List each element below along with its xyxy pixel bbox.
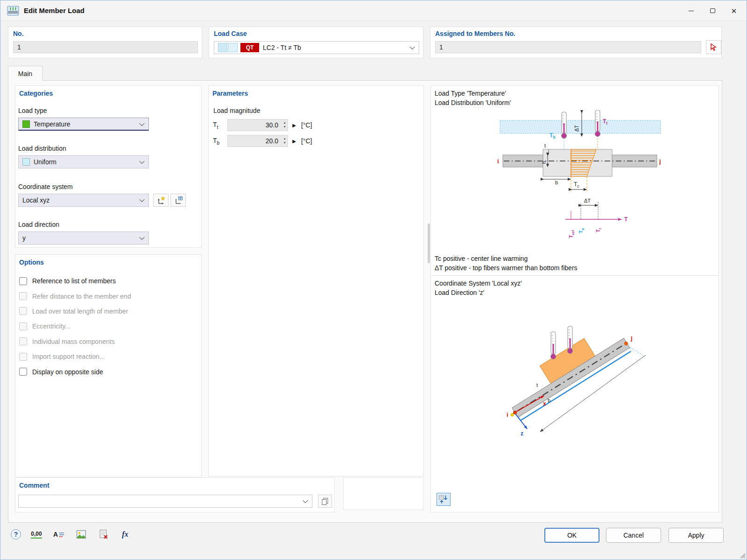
copy-comment-button[interactable]	[318, 495, 332, 508]
tt-spinner[interactable]: ▲▼	[283, 120, 286, 129]
options-group: Options Reference to list of members Ref…	[15, 254, 202, 477]
no-label: No.	[13, 30, 24, 37]
delete-load-button[interactable]	[96, 527, 112, 542]
tab-main[interactable]: Main	[8, 66, 42, 81]
chevron-down-icon	[409, 44, 415, 49]
no-panel: No. 1	[8, 27, 202, 58]
load-direction-select[interactable]: y	[18, 231, 149, 245]
svg-text:z: z	[521, 430, 523, 437]
svg-text:Tb: Tb	[578, 228, 585, 233]
titlebar: Edit Member Load ✕	[0, 0, 747, 21]
tt-input[interactable]: 30.0 ▲▼	[227, 119, 288, 131]
load-case-value: LC2 - Tt ≠ Tb	[263, 44, 301, 51]
param-row-tt: Tt 30.0 ▲▼ ▶ [°C]	[213, 119, 312, 132]
chevron-down-icon	[139, 197, 144, 202]
new-coordinate-system-icon	[156, 196, 166, 205]
preview-load-type-line: Load Type 'Temperature'	[435, 90, 506, 97]
option-reference-to-list[interactable]: Reference to list of members	[19, 273, 197, 288]
picture-icon	[76, 529, 86, 539]
svg-text:Tc: Tc	[574, 181, 579, 189]
tt-detail-button[interactable]: ▶	[290, 119, 298, 131]
new-coordinate-system-button[interactable]	[153, 194, 169, 207]
spare-box	[343, 477, 423, 510]
svg-text:x: x	[543, 400, 546, 407]
checkbox	[19, 307, 27, 315]
svg-text:Tt: Tt	[603, 118, 607, 126]
chevron-down-icon	[139, 120, 144, 126]
option-label: Display on opposite side	[32, 368, 103, 376]
app-icon	[7, 5, 19, 17]
rename-lines-icon	[59, 531, 64, 538]
tt-value: 30.0	[231, 121, 278, 129]
help-button[interactable]: ?	[8, 527, 24, 542]
units-settings-button[interactable]: 0,00	[28, 527, 44, 542]
option-display-opposite-side[interactable]: Display on opposite side	[19, 364, 197, 379]
formula-button[interactable]: fx	[117, 527, 133, 542]
tb-detail-button[interactable]: ▶	[290, 135, 298, 147]
chevron-down-icon	[303, 498, 308, 503]
display-properties-button[interactable]	[73, 527, 89, 542]
resize-grip[interactable]	[739, 552, 746, 559]
chevron-down-icon	[139, 159, 144, 164]
load-type-select[interactable]: Temperature	[18, 118, 149, 131]
preview-panel: Load Type 'Temperature' Load Distributio…	[430, 85, 719, 512]
local-axis-diagram: x z i j t b	[501, 317, 660, 457]
edit-coordinate-systems-button[interactable]	[170, 194, 186, 207]
minimize-button[interactable]	[680, 0, 702, 21]
toggle-preview-button[interactable]	[437, 493, 451, 506]
load-direction-label: Load direction	[18, 221, 59, 228]
comment-input[interactable]	[18, 495, 312, 508]
load-distribution-select[interactable]: Uniform	[18, 155, 149, 168]
parameters-group: Parameters Load magnitude Tt 30.0 ▲▼ ▶ […	[208, 85, 424, 476]
tb-input[interactable]: 20.0 ▲▼	[227, 135, 288, 147]
option-individual-mass: Individual mass components	[19, 334, 197, 349]
load-number-input[interactable]: 1	[13, 41, 198, 53]
categories-title: Categories	[19, 90, 53, 97]
option-label: Reference to list of members	[32, 277, 116, 285]
svg-text:j: j	[659, 158, 661, 165]
load-case-color-swatch-2	[228, 43, 238, 52]
maximize-icon	[710, 8, 715, 13]
load-distribution-color-swatch	[22, 158, 30, 166]
load-type-value: Temperature	[34, 120, 70, 128]
cancel-button[interactable]: Cancel	[606, 528, 661, 543]
assigned-panel: Assigned to Members No. 1	[430, 27, 722, 58]
uniform-temperature-diagram: ΔT Tt Tb i j t h b Tc	[496, 110, 664, 245]
options-title: Options	[19, 259, 44, 266]
preview-direction-line: Load Direction 'z'	[435, 289, 485, 296]
ok-button[interactable]: OK	[544, 528, 599, 543]
load-distribution-label: Load distribution	[18, 145, 66, 152]
preview-coordinate-line: Coordinate System 'Local xyz'	[435, 280, 522, 287]
load-type-label: Load type	[18, 107, 47, 114]
window-title: Edit Member Load	[24, 7, 85, 14]
svg-text:i: i	[497, 158, 499, 165]
close-button[interactable]: ✕	[723, 0, 745, 21]
load-case-label: Load Case	[214, 30, 247, 37]
maximize-button[interactable]	[702, 0, 723, 21]
tb-spinner[interactable]: ▲▼	[283, 136, 286, 145]
checkbox[interactable]	[19, 368, 27, 376]
load-case-color-swatch-1	[218, 43, 227, 52]
edit-coordinate-systems-icon	[174, 196, 183, 205]
options-list: Reference to list of members Refer dista…	[19, 273, 197, 379]
coordinate-system-select[interactable]: Local xyz	[18, 194, 149, 207]
assigned-members-value: 1	[439, 43, 443, 51]
apply-button[interactable]: Apply	[669, 528, 724, 543]
checkbox	[19, 292, 27, 300]
load-direction-value: y	[22, 234, 26, 242]
load-magnitude-label: Load magnitude	[213, 107, 260, 114]
svg-text:t: t	[536, 382, 538, 388]
svg-text:h: h	[541, 161, 547, 164]
svg-text:b: b	[548, 398, 550, 403]
panel-splitter[interactable]	[428, 224, 430, 263]
select-members-button[interactable]	[706, 40, 721, 54]
assigned-members-input[interactable]: 1	[435, 41, 701, 53]
edit-name-button[interactable]: A	[51, 527, 67, 542]
load-case-select[interactable]: QT LC2 - Tt ≠ Tb	[214, 41, 419, 54]
checkbox	[19, 322, 27, 330]
units-icon: 0,00	[31, 531, 42, 539]
load-type-color-swatch	[22, 120, 30, 128]
window-controls: ✕	[680, 0, 745, 21]
checkbox[interactable]	[19, 277, 27, 285]
param-row-tb: Tb 20.0 ▲▼ ▶ [°C]	[213, 134, 312, 147]
